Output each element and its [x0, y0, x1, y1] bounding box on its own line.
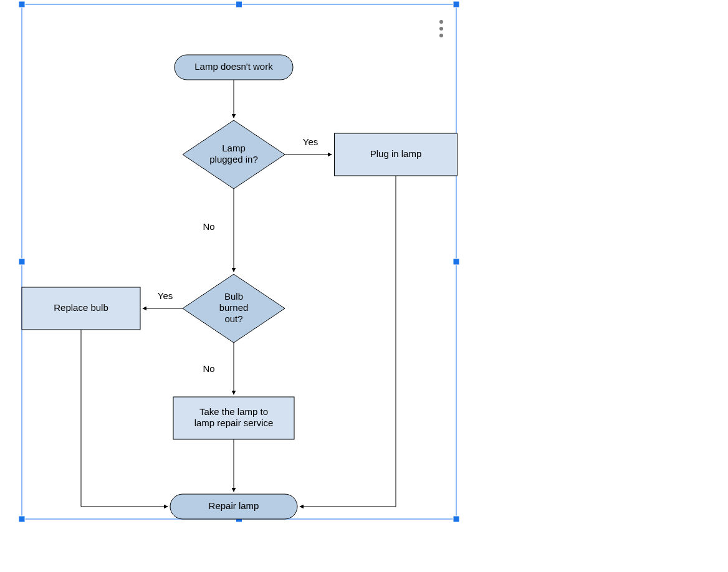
- node-plug_in[interactable]: Plug in lamp: [335, 133, 457, 176]
- node-label: Lamp doesn't work: [194, 61, 273, 72]
- node-label: Repair lamp: [209, 500, 259, 511]
- edge-label: No: [203, 363, 214, 374]
- edge-qplug_to_plugin[interactable]: Yes: [285, 136, 332, 155]
- node-label: Replace bulb: [54, 302, 108, 313]
- selection-handle[interactable]: [453, 259, 459, 265]
- node-start[interactable]: Lamp doesn't work: [175, 55, 293, 80]
- svg-point-1: [439, 20, 443, 24]
- selection-handle[interactable]: [453, 516, 459, 522]
- edge-plugin_to_repair[interactable]: [300, 176, 396, 507]
- node-service[interactable]: Take the lamp tolamp repair service: [173, 397, 294, 439]
- node-label: burned: [219, 302, 249, 313]
- node-replace[interactable]: Replace bulb: [22, 287, 140, 330]
- node-label: Bulb: [224, 291, 243, 302]
- selection-handle[interactable]: [19, 1, 25, 7]
- edge-qbulb_to_replace[interactable]: Yes: [143, 290, 183, 308]
- node-label: lamp repair service: [194, 417, 274, 428]
- svg-point-3: [439, 34, 443, 37]
- node-label: Plug in lamp: [370, 148, 422, 159]
- node-label: out?: [224, 313, 242, 324]
- selection-handle[interactable]: [19, 516, 25, 522]
- selection-handle[interactable]: [236, 1, 242, 7]
- edge-replace_to_repair[interactable]: [81, 330, 168, 507]
- edge-qbulb_to_service[interactable]: No: [203, 343, 234, 394]
- node-q_bulb[interactable]: Bulbburnedout?: [183, 274, 285, 343]
- more-options-icon[interactable]: [439, 20, 443, 37]
- edge-label: No: [203, 221, 214, 232]
- edge-qplug_to_qbulb[interactable]: No: [203, 189, 234, 272]
- svg-point-2: [439, 27, 443, 31]
- edge-label: Yes: [303, 136, 318, 147]
- edge-label: Yes: [158, 290, 173, 301]
- node-label: plugged in?: [209, 154, 258, 164]
- node-repair[interactable]: Repair lamp: [170, 494, 297, 519]
- selection-handle[interactable]: [19, 259, 25, 265]
- svg-rect-0: [22, 4, 456, 519]
- node-label: Take the lamp to: [199, 406, 268, 417]
- selection-handle[interactable]: [453, 1, 459, 7]
- node-label: Lamp: [222, 143, 246, 153]
- node-q_plug[interactable]: Lampplugged in?: [183, 120, 285, 189]
